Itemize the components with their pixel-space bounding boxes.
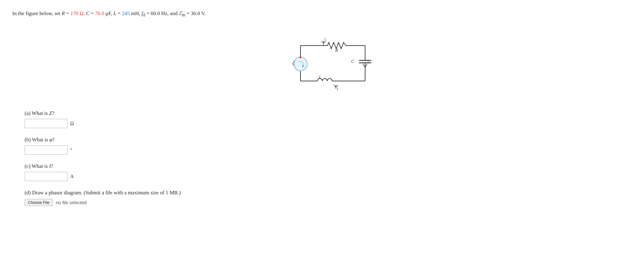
svg-text:i: i xyxy=(368,60,369,64)
part-c-section: (c) What is I? A xyxy=(12,163,632,181)
c-value: 76.0 xyxy=(95,10,104,16)
svg-line-14 xyxy=(365,64,367,67)
r-label: R xyxy=(62,10,65,16)
svg-point-25 xyxy=(294,57,307,71)
svg-line-13 xyxy=(363,64,365,67)
part-c-label: (c) What is I? xyxy=(25,163,632,169)
part-a-input-row: Ω xyxy=(25,119,632,128)
svg-point-28 xyxy=(300,56,301,58)
svg-text:R: R xyxy=(335,48,338,53)
part-c-input-row: A xyxy=(25,172,632,181)
svg-line-1 xyxy=(321,41,324,43)
l-value: 245 xyxy=(122,10,130,16)
l-eq: = xyxy=(118,10,122,16)
em-eq: = 36.0 V. xyxy=(187,10,206,16)
l-label: L xyxy=(114,10,116,16)
svg-line-20 xyxy=(334,85,336,87)
svg-text:i: i xyxy=(324,37,326,42)
part-c-input[interactable] xyxy=(25,172,68,181)
fd-eq: = 60.0 Hz, and xyxy=(147,10,179,16)
c-unit: μF, xyxy=(106,10,114,16)
part-b-section: (b) What is φ? ° xyxy=(12,137,632,155)
l-unit: mH, xyxy=(131,10,142,16)
svg-text:↑: ↑ xyxy=(294,64,296,68)
part-a-label: (a) What is Z? xyxy=(25,110,632,116)
circuit-diagram: i R C i L xyxy=(12,27,632,101)
r-value: 170 Ω, xyxy=(70,10,86,16)
part-a-unit: Ω xyxy=(70,121,74,126)
svg-text:C: C xyxy=(351,59,354,64)
part-d-label: (d) Draw a phasor diagram. (Submit a fil… xyxy=(25,190,632,196)
part-a-section: (a) What is Z? Ω xyxy=(12,110,632,128)
part-a-input[interactable] xyxy=(25,119,68,128)
part-b-input[interactable] xyxy=(25,145,68,155)
no-file-label: no file selected xyxy=(56,200,87,205)
part-c-unit: A xyxy=(70,174,74,179)
part-d-file-row: Choose File no file selected xyxy=(25,199,632,206)
part-b-input-row: ° xyxy=(25,145,632,155)
fd-sub: d xyxy=(143,12,145,17)
problem-statement: In the figure below, set R = 170 Ω, C = … xyxy=(12,9,632,18)
part-b-unit: ° xyxy=(70,147,72,153)
svg-text:i: i xyxy=(337,87,338,91)
em-sub: m xyxy=(182,12,185,17)
part-b-label: (b) What is φ? xyxy=(25,137,632,143)
choose-file-button[interactable]: Choose File xyxy=(25,199,53,206)
em-label: ℰ xyxy=(179,10,182,16)
part-d-section: (d) Draw a phasor diagram. (Submit a fil… xyxy=(12,190,632,206)
statement-prefix: In the figure below, set xyxy=(12,10,62,16)
circuit-svg: i R C i L xyxy=(276,27,387,101)
c-eq: = xyxy=(91,10,95,16)
r-eq: = xyxy=(66,10,70,16)
c-label: C xyxy=(86,10,89,16)
